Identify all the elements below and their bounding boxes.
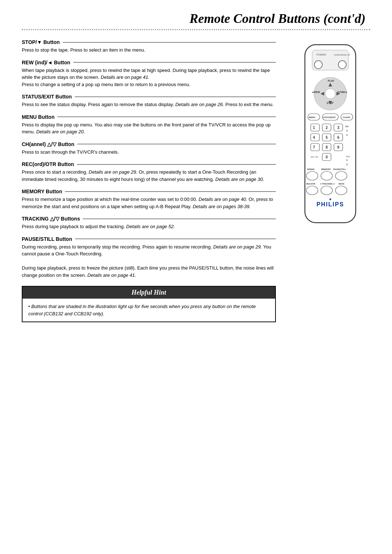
svg-point-4: [314, 61, 322, 69]
svg-text:1: 1: [313, 126, 315, 130]
rew-section: REW (ind)/◄ Button When tape playback is…: [22, 60, 276, 88]
svg-point-15: [325, 89, 335, 99]
text-column: STOP/▼ Button Press to stop the tape. Pr…: [22, 39, 279, 322]
section-divider: [22, 29, 370, 30]
channel-section: CH(annel) △/▽ Button Press to scan throu…: [22, 141, 276, 156]
svg-text:SPEED: SPEED: [307, 168, 315, 170]
tracking-section: TRACKING △/▽ Buttons Press during tape p…: [22, 216, 276, 230]
svg-text:5: 5: [326, 136, 328, 139]
svg-point-5: [338, 61, 346, 69]
remote-column: POWER SLEEP/WAKE UP PLAY ◄REW: [290, 39, 370, 232]
menu-desc: Press to display the pop up menu. You al…: [22, 121, 276, 136]
svg-text:4: 4: [313, 136, 315, 139]
status-label: STATUS/EXIT Button: [22, 94, 276, 100]
svg-text:∨: ∨: [346, 133, 348, 137]
rec-label: REC(ord)/OTR Button: [22, 161, 276, 167]
svg-text:∨: ∨: [346, 163, 348, 166]
svg-text:VOL: VOL: [346, 155, 351, 158]
status-section: STATUS/EXIT Button Press to see the stat…: [22, 94, 276, 108]
svg-text:∧: ∧: [346, 129, 348, 132]
pause-section: PAUSE/STILL Button During recording, pre…: [22, 236, 276, 279]
page: Remote Control Buttons (cont'd) STOP/▼ B…: [0, 0, 392, 554]
svg-point-53: [321, 171, 332, 180]
memory-label: MEMORY Button: [22, 189, 276, 194]
content-area: STOP/▼ Button Press to stop the tape. Pr…: [22, 39, 370, 322]
svg-text:REC/OTR: REC/OTR: [306, 183, 315, 185]
page-title: Remote Control Buttons (cont'd): [189, 11, 366, 26]
svg-text:F.FWD►: F.FWD►: [338, 91, 348, 93]
svg-point-60: [335, 186, 347, 195]
svg-text:MENU: MENU: [309, 116, 315, 118]
svg-rect-37: [311, 143, 319, 151]
memory-section: MEMORY Button Press to memorize a tape p…: [22, 189, 276, 210]
svg-text:8: 8: [326, 145, 328, 149]
svg-text:✦: ✦: [328, 197, 332, 202]
svg-text:7: 7: [313, 145, 315, 149]
remote-illustration: POWER SLEEP/WAKE UP PLAY ◄REW: [294, 43, 367, 232]
svg-text:∧: ∧: [346, 158, 348, 162]
svg-text:POWER: POWER: [317, 53, 326, 56]
svg-point-52: [306, 171, 318, 180]
rew-desc: When tape playback is stopped, press to …: [22, 67, 276, 88]
svg-text:ALT. CH: ALT. CH: [311, 156, 318, 158]
pause-label: PAUSE/STILL Button: [22, 236, 276, 242]
svg-text:MUTE: MUTE: [339, 183, 344, 185]
hint-content: • Buttons that are shaded in the illustr…: [23, 299, 275, 322]
memory-desc: Press to memorize a tape position at whi…: [22, 196, 276, 210]
svg-text:0: 0: [326, 155, 328, 159]
hint-title: Helpful Hint: [23, 287, 275, 299]
svg-rect-22: [311, 124, 319, 131]
page-header: Remote Control Buttons (cont'd): [22, 11, 370, 26]
svg-point-58: [306, 186, 318, 195]
menu-label: MENU Button: [22, 114, 276, 120]
svg-text:PAUSE/STILL: PAUSE/STILL: [333, 168, 346, 170]
rec-section: REC(ord)/OTR Button Press once to start …: [22, 161, 276, 183]
svg-point-54: [335, 171, 347, 180]
pause-desc: During recording, press to temporarily s…: [22, 243, 276, 279]
svg-text:SLEEP/WAKE UP: SLEEP/WAKE UP: [334, 54, 350, 56]
svg-text:3: 3: [337, 126, 339, 130]
tracking-label: TRACKING △/▽ Buttons: [22, 216, 276, 222]
page-number: [367, 11, 370, 26]
status-desc: Press to see the status display. Press a…: [22, 101, 276, 108]
svg-text:9: 9: [337, 145, 339, 149]
svg-text:2: 2: [326, 126, 328, 130]
channel-label: CH(annel) △/▽ Button: [22, 141, 276, 147]
svg-text:CLEAR: CLEAR: [343, 116, 350, 118]
svg-text:PLAY: PLAY: [328, 80, 334, 82]
svg-text:∨ TRACKING ∧: ∨ TRACKING ∧: [320, 183, 335, 185]
channel-desc: Press to scan through the TV/VCR's chann…: [22, 149, 276, 156]
stop-label: STOP/▼ Button: [22, 39, 276, 45]
svg-text:STATUS/EXIT: STATUS/EXIT: [323, 116, 336, 118]
svg-point-59: [321, 186, 332, 195]
svg-text:MEMORY: MEMORY: [321, 168, 331, 170]
stop-desc: Press to stop the tape. Press to select …: [22, 46, 276, 54]
tracking-desc: Press during tape playback to adjust the…: [22, 223, 276, 230]
rec-desc: Press once to start a recording. Details…: [22, 169, 276, 183]
svg-text:6: 6: [337, 136, 339, 139]
svg-rect-31: [311, 134, 319, 141]
hint-box: Helpful Hint • Buttons that are shaded i…: [22, 286, 276, 322]
svg-text:CH.: CH.: [345, 125, 349, 128]
svg-text:PHILIPS: PHILIPS: [317, 201, 344, 207]
svg-text:◄REW: ◄REW: [311, 91, 320, 93]
menu-section: MENU Button Press to display the pop up …: [22, 114, 276, 136]
stop-section: STOP/▼ Button Press to stop the tape. Pr…: [22, 39, 276, 54]
remote-wrapper: POWER SLEEP/WAKE UP PLAY ◄REW: [290, 43, 370, 232]
rew-label: REW (ind)/◄ Button: [22, 60, 276, 65]
